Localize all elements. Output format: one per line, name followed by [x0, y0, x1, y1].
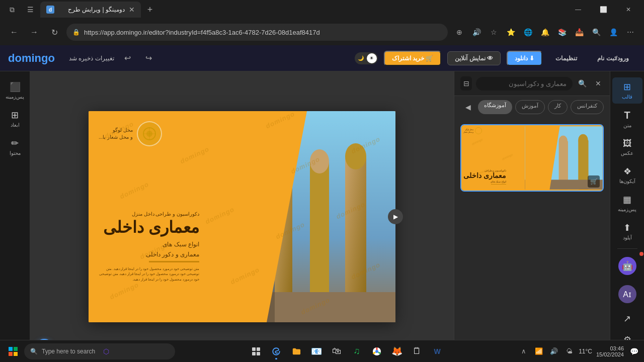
new-window-btn[interactable]: ⧉	[4, 3, 20, 17]
browser-icon2[interactable]: 🔔	[537, 25, 552, 40]
photo-tool-btn[interactable]: 🖼 عکس	[612, 134, 642, 160]
text-tool-btn[interactable]: T متن	[612, 106, 642, 132]
clock[interactable]: 03:46 15/02/2024	[596, 345, 624, 357]
content-tool[interactable]: ✏ محتوا	[2, 134, 28, 160]
notification-btn[interactable]: 💬	[628, 345, 640, 357]
tag-education[interactable]: آموزش	[515, 100, 545, 114]
undo-btn[interactable]: ↩	[120, 51, 135, 66]
more-btn[interactable]: ⋯	[623, 25, 638, 40]
volume-icon[interactable]: 🔊	[548, 346, 559, 357]
template-grid: دکوراسیون و طراحی معماری داخلی انواع سبک…	[460, 124, 604, 192]
prev-tags-btn[interactable]: ◀	[461, 100, 475, 114]
spotify-btn[interactable]: ♫	[348, 342, 366, 360]
text-icon: T	[624, 110, 630, 121]
tab-close-btn[interactable]: ✕	[129, 6, 135, 14]
store-btn[interactable]: 🛍	[328, 342, 346, 360]
close-btn[interactable]: ✕	[617, 2, 640, 18]
design-photo	[234, 111, 395, 322]
download-btn[interactable]: ⬇ دانلود	[507, 51, 542, 66]
add-to-sidebar-btn[interactable]: ⊕	[452, 25, 467, 40]
template-tool-btn[interactable]: ⊞ قالب	[612, 77, 642, 104]
file-explorer-btn[interactable]	[287, 342, 305, 360]
tag-work[interactable]: کار	[548, 100, 568, 114]
network-icon[interactable]: 📶	[533, 346, 544, 357]
favorite-btn[interactable]: ☆	[486, 25, 501, 40]
tab-list-btn[interactable]: ☰	[22, 3, 38, 17]
browser-icon1[interactable]: 🌐	[520, 25, 535, 40]
profile-btn[interactable]: 👤	[606, 25, 621, 40]
svg-point-8	[345, 143, 366, 169]
taskbar-search[interactable]: 🔍 Type here to search ⬡	[24, 343, 175, 359]
tab-title: دومینگو | ویرایش طرح	[58, 6, 125, 13]
redo-btn[interactable]: ↪	[141, 51, 156, 66]
tab-bar: ⧉ ☰ d دومینگو | ویرایش طرح ✕ + — ⬜ ✕	[0, 0, 644, 19]
url-bar[interactable]: 🔒 https://app.domingo.ir/editor?industry…	[66, 24, 448, 41]
dimensions-tool[interactable]: ⊞ ابعاد	[2, 106, 28, 132]
photo-label: عکس	[621, 150, 633, 156]
back-btn[interactable]: ←	[6, 24, 22, 40]
app-logo: domingo	[8, 52, 55, 65]
browser-icon3[interactable]: 📚	[554, 25, 570, 40]
hidden-icons-btn[interactable]: ∧	[518, 346, 529, 357]
search-icon[interactable]: 🔍	[577, 76, 588, 90]
background-tool[interactable]: ⬛ پس‌زمینه	[2, 77, 28, 104]
read-aloud-btn[interactable]: 🔊	[469, 25, 484, 40]
filter-btn[interactable]: ⊟	[460, 76, 472, 90]
expand-panel-btn[interactable]: ▶	[388, 209, 403, 224]
collections-btn[interactable]: ⭐	[503, 25, 518, 40]
word-btn[interactable]: W	[428, 342, 446, 360]
theme-dark-btn[interactable]: 🌙	[356, 53, 366, 63]
clear-search-btn[interactable]: ✕	[592, 76, 604, 90]
mail-btn[interactable]: 📧	[307, 342, 326, 360]
upload-tool-btn[interactable]: ⬆ آپلود	[612, 218, 642, 244]
theme-toggle[interactable]: 🌙 ☀	[355, 52, 378, 64]
edge-btn[interactable]	[267, 342, 285, 360]
template-card-1[interactable]: دکوراسیون و طراحی معماری داخلی انواع سبک…	[460, 124, 604, 192]
theme-light-btn[interactable]: ☀	[367, 53, 377, 63]
buy-btn[interactable]: 🛒 خرید اشتراک	[384, 51, 442, 66]
upload-label: آپلود	[623, 235, 632, 240]
tag-school[interactable]: آموزشگاه	[478, 100, 512, 114]
tag-conference[interactable]: کنفرانس	[571, 100, 604, 114]
chrome-btn[interactable]	[368, 342, 386, 360]
time-display: 03:46	[610, 345, 624, 351]
firefox-btn[interactable]: 🦊	[388, 342, 406, 360]
ai-icon: 🤖	[618, 257, 636, 275]
background-icon: ⬛	[10, 81, 21, 93]
refresh-btn[interactable]: ↻	[46, 24, 62, 40]
browser-icon4[interactable]: 📥	[572, 25, 587, 40]
active-tab[interactable]: d دومینگو | ویرایش طرح ✕	[40, 2, 141, 18]
icons-tool-btn[interactable]: ❖ آیکون‌ها	[612, 162, 642, 188]
bg-tool-btn[interactable]: ▦ پس‌زمینه	[612, 190, 642, 216]
design-text-area: دکوراسیون و طراحی داخل منزل معماری داخلی…	[99, 211, 199, 282]
ai-text-tool-btn[interactable]: Aɪ	[612, 281, 642, 307]
task-view-btn[interactable]	[247, 342, 265, 360]
start-btn[interactable]	[4, 342, 22, 360]
forward-btn[interactable]: →	[26, 24, 42, 40]
show-online-btn[interactable]: 👁 نمایش آنلاین	[447, 51, 501, 65]
maximize-btn[interactable]: ⬜	[592, 2, 615, 18]
panel-search-bar: ⊟ 🔍 ✕	[454, 71, 610, 96]
svg-rect-30	[257, 347, 260, 351]
new-tab-btn[interactable]: +	[143, 3, 157, 17]
svg-rect-29	[252, 347, 256, 351]
notepad-btn[interactable]: 🗒	[408, 342, 426, 360]
svg-rect-25	[9, 347, 13, 351]
template-label: قالب	[622, 94, 632, 100]
design-canvas[interactable]: domingo domingo domingo domingo domingo …	[89, 111, 395, 322]
right-toolbar-divider	[617, 248, 637, 249]
url-text: https://app.domingo.ir/editor?industryId…	[84, 29, 320, 36]
browser-icon5[interactable]: 🔍	[589, 25, 604, 40]
background-label: پس‌زمینه	[6, 94, 24, 100]
ai-tool-btn[interactable]: 🤖	[612, 253, 642, 279]
login-btn[interactable]: ورود/ثبت نام	[590, 52, 636, 65]
svg-point-34	[375, 350, 378, 353]
template-search-input[interactable]	[476, 77, 573, 90]
design-logo-circle	[137, 121, 162, 146]
address-actions: ⊕ 🔊 ☆ ⭐ 🌐 🔔 📚 📥 🔍 👤 ⋯	[452, 25, 638, 40]
link-tool-btn[interactable]: ↗	[612, 309, 642, 328]
canvas-area[interactable]: ✦	[30, 71, 454, 362]
ai-text-icon: Aɪ	[618, 285, 636, 303]
settings-btn[interactable]: تنظیمات	[548, 52, 584, 65]
minimize-btn[interactable]: —	[567, 2, 590, 18]
